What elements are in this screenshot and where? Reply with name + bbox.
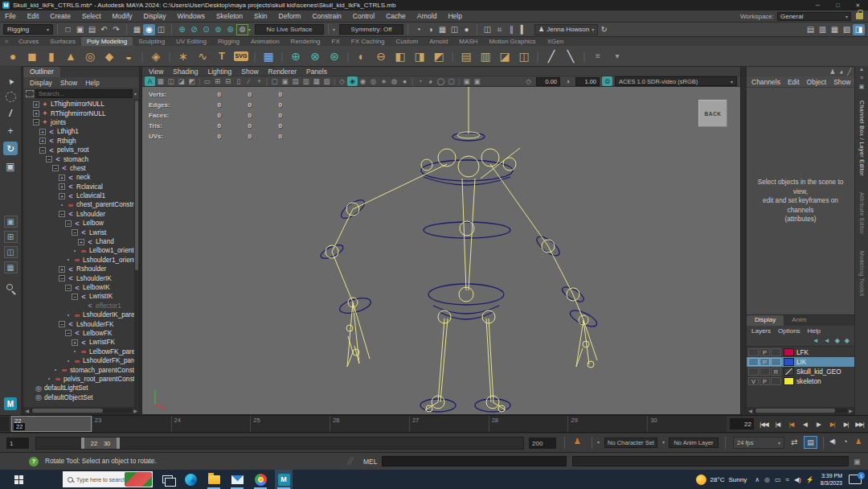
chevron-down-icon[interactable]: ▾: [333, 27, 335, 32]
file-icon[interactable]: ↶: [98, 24, 110, 35]
outliner-menu-item[interactable]: Help: [85, 79, 99, 87]
outliner-item[interactable]: LelbowFK_parentC: [23, 347, 139, 356]
viewport-icon[interactable]: ◎: [368, 76, 379, 86]
render-icon[interactable]: ▦: [436, 24, 448, 35]
shelf-icon[interactable]: T: [212, 47, 231, 65]
viewport-icon[interactable]: ◫: [166, 76, 176, 86]
snap-icon[interactable]: ⊚: [212, 24, 224, 35]
outliner-item[interactable]: pelvis_root_parentConstrain: [23, 375, 139, 384]
shelf-tab[interactable]: Arnold: [424, 37, 453, 46]
outliner-item[interactable]: Lwrist: [23, 228, 139, 236]
outliner-item[interactable]: Lelbow1_orientCo: [23, 246, 139, 255]
shelf-tab[interactable]: Motion Graphics: [483, 37, 541, 46]
expander-icon[interactable]: [72, 294, 78, 300]
selection-mode-icon[interactable]: ◉: [143, 24, 155, 35]
shelf-icon[interactable]: ╱: [542, 47, 561, 65]
layout-preset-icon[interactable]: ⊞: [4, 231, 18, 243]
expander-icon[interactable]: [72, 348, 78, 355]
outliner-item[interactable]: defaultObjectSet: [23, 393, 139, 402]
start-button[interactable]: [0, 470, 37, 489]
channel-box-menu-item[interactable]: Show: [833, 78, 850, 86]
layer-editor-menu-item[interactable]: Layers: [751, 327, 771, 335]
viewport-icon[interactable]: ▭: [202, 76, 212, 86]
shelf-icon[interactable]: ◼: [23, 47, 42, 65]
range-bar[interactable]: 22 30: [35, 437, 524, 450]
tool-icon[interactable]: ⌗: [493, 24, 506, 35]
viewport-icon[interactable]: ▣: [461, 76, 472, 86]
shelf-tab[interactable]: Rigging: [212, 37, 245, 46]
weather-widget[interactable]: 28°C Sunny: [696, 475, 747, 485]
shelf-icon[interactable]: ◎: [80, 47, 100, 65]
tray-icon[interactable]: ∧: [755, 476, 760, 483]
menu-item[interactable]: Windows: [177, 12, 204, 20]
expander-icon[interactable]: [59, 321, 65, 327]
gamma-icon[interactable]: ◑: [563, 76, 573, 86]
layer-row[interactable]: V P skeleton: [747, 376, 854, 386]
menu-item[interactable]: Arnold: [417, 12, 437, 20]
viewport-icon[interactable]: ◈: [347, 76, 358, 86]
playback-button[interactable]: ▶: [812, 421, 825, 428]
layer-row[interactable]: P LFK: [747, 347, 854, 357]
outliner-item[interactable]: LelbowFK: [23, 329, 139, 338]
panel-toggle-icon[interactable]: ▤: [805, 24, 817, 35]
exposure-icon[interactable]: ◇: [523, 76, 534, 86]
shelf-icon[interactable]: |: [138, 47, 146, 65]
sync-icon[interactable]: ↻: [598, 24, 610, 35]
layer-row[interactable]: R Skull_kid_GEO: [747, 367, 854, 376]
outliner-item[interactable]: LThighmirrorNULL: [23, 100, 139, 109]
shelf-icon[interactable]: ●: [3, 47, 23, 65]
horizontal-scrollbar[interactable]: ◀ ▶: [23, 407, 139, 414]
shelf-tab[interactable]: Poly Modeling: [81, 37, 133, 46]
sidebar-icon[interactable]: ▴: [860, 66, 863, 75]
exposure-field[interactable]: 0.00: [536, 77, 560, 86]
render-icon[interactable]: ◑: [424, 24, 436, 35]
display-type-toggle[interactable]: R: [771, 368, 781, 376]
playback-button[interactable]: ▶▶|: [853, 421, 866, 428]
outliner-item[interactable]: Lthigh1: [23, 127, 139, 136]
channel-box-menu-item[interactable]: Object: [807, 78, 827, 86]
layer-row[interactable]: P LIK: [747, 357, 854, 367]
expander-icon[interactable]: [59, 183, 65, 190]
viewport-icon[interactable]: ◕: [425, 76, 436, 86]
layer-editor-menu-item[interactable]: Help: [808, 327, 821, 335]
viewport-icon[interactable]: ◉: [358, 76, 368, 86]
viewport-icon[interactable]: ▣: [472, 76, 482, 86]
shelf-icon[interactable]: ◆: [100, 47, 119, 65]
shelf-icon[interactable]: ▤: [457, 47, 476, 65]
search-input[interactable]: [35, 89, 133, 98]
viewport-icon[interactable]: +: [254, 76, 264, 86]
shelf-icon[interactable]: ◈: [146, 47, 166, 65]
shelf-icon[interactable]: ╲: [561, 47, 580, 65]
panel-toggle-icon[interactable]: ▥: [817, 24, 829, 35]
shelf-icon[interactable]: ▥: [476, 47, 495, 65]
expander-icon[interactable]: [59, 193, 65, 199]
current-frame-field[interactable]: 22: [730, 418, 754, 429]
expander-icon[interactable]: [59, 266, 65, 273]
shelf-icon[interactable]: ∗: [174, 47, 193, 65]
expander-icon[interactable]: [46, 376, 52, 382]
timeline-frame-cell[interactable]: 25: [250, 416, 330, 432]
menu-item[interactable]: Deform: [279, 12, 301, 20]
workspace-select[interactable]: General▾: [777, 12, 851, 21]
sound-icon[interactable]: ◀): [829, 438, 835, 445]
outliner-item[interactable]: LshoulderIK: [23, 273, 139, 282]
viewport-icon[interactable]: ◪: [176, 76, 186, 86]
visibility-toggle[interactable]: [748, 368, 759, 376]
viewport-canvas[interactable]: Verts: 0 0 0 Edges: 0 0 0 Faces: 0: [142, 87, 740, 414]
tray-icon[interactable]: ◀): [794, 476, 801, 483]
timeline-frame-cell[interactable]: 23: [92, 416, 171, 432]
outliner-menu-item[interactable]: Display: [30, 79, 52, 87]
mel-command-input[interactable]: [382, 456, 567, 466]
shelf-icon[interactable]: ⊗: [305, 47, 325, 65]
expander-icon[interactable]: [27, 385, 33, 392]
scroll-left-icon[interactable]: ◀: [747, 408, 754, 413]
viewport-icon[interactable]: ▢: [446, 76, 457, 86]
shelf-icon[interactable]: ⊛: [325, 47, 344, 65]
shelf-tab[interactable]: Sculpting: [133, 37, 170, 46]
lock-icon[interactable]: [856, 13, 863, 19]
viewport-icon[interactable]: ∗: [379, 76, 389, 86]
shelf-tab[interactable]: Custom: [391, 37, 424, 46]
shelf-icon[interactable]: ◨: [410, 47, 429, 65]
chrome-button[interactable]: [252, 470, 269, 489]
shelf-icon[interactable]: |: [344, 47, 352, 65]
